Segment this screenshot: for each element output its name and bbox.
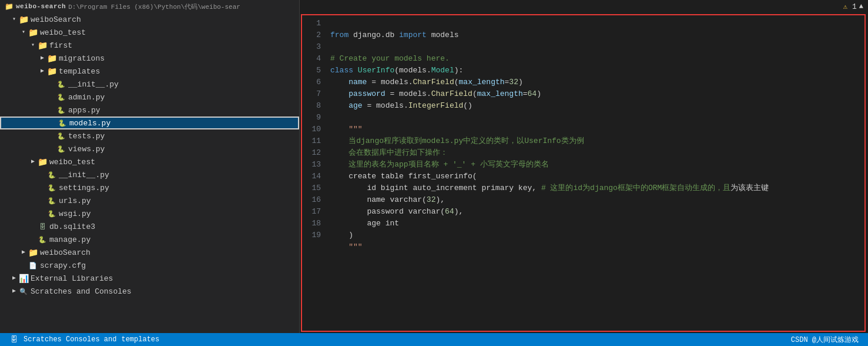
code-container: 1 2 3 4 ⌐ 5 6 7 8 9 ⌐ 10 11 12 13 14 15 … [301, 14, 866, 332]
folder-icon: 📁 [47, 54, 56, 63]
tree-label: models.py [69, 119, 110, 128]
tree-item-first[interactable]: ▾ 📁 first [0, 39, 299, 52]
status-left: 🗄 Scratches Consoles and templates [9, 335, 791, 344]
tree-label: Scratches and Consoles [31, 287, 132, 296]
tree-item-external-libs[interactable]: ▶ 📊 External Libraries [0, 272, 299, 285]
folder-icon: 📁 [38, 157, 47, 167]
folder-icon: 📁 [28, 248, 38, 257]
line-number: 18 [302, 218, 321, 229]
tree-item-migrations[interactable]: ▶ 📁 migrations [0, 52, 299, 65]
arrow-icon: ▶ [28, 157, 38, 167]
py-file-icon: 🐍 [47, 170, 56, 179]
tree-label: weibo_test [49, 158, 95, 167]
tree-item-scratches[interactable]: ▶ 🔍 Scratches and Consoles [0, 285, 299, 298]
arrow-icon: ▾ [9, 15, 19, 24]
tree-label: urls.py [59, 197, 91, 205]
editor-area: ⚠ 1 ▲ 1 2 3 4 ⌐ 5 6 7 8 9 ⌐ 10 11 [300, 0, 868, 333]
line-number: 15 [302, 182, 321, 194]
line-number: 13 [302, 159, 321, 171]
tree-label: weiboSearch [40, 248, 91, 257]
py-file-icon: 🐍 [38, 235, 47, 244]
py-file-icon: 🐍 [56, 144, 66, 154]
tree-label: admin.py [68, 93, 105, 102]
py-file-icon: 🐍 [47, 209, 56, 218]
folder-icon: 📁 [19, 15, 28, 24]
tree-item-weibo_test2[interactable]: ▶ 📁 weibo_test [0, 155, 299, 168]
tree-label: weibo_test [40, 28, 86, 37]
arrow-icon: ▾ [28, 41, 38, 50]
line-number: 1 [302, 18, 321, 29]
tree-item-models-py[interactable]: 🐍 models.py [0, 117, 299, 129]
line-number: 14 [302, 171, 321, 182]
py-file-icon: 🐍 [56, 105, 66, 115]
project-title: weibo-search [16, 3, 66, 10]
tree-label: weiboSearch [31, 15, 81, 24]
folder-icon: 📁 [38, 41, 47, 50]
csdn-label: CSDN @人间试炼游戏 [791, 335, 859, 345]
arrow-up-icon: ▲ [859, 2, 863, 11]
warning-icon: ⚠ [843, 2, 847, 11]
folder-icon: 📁 [5, 2, 14, 11]
arrow-icon: ▶ [19, 248, 28, 257]
spacer [47, 144, 56, 154]
line-number: 5 [302, 65, 321, 76]
tree-item-init-py2[interactable]: 🐍 __init__.py [0, 168, 299, 181]
code-editor[interactable]: from django.db import models # Create yo… [326, 15, 864, 331]
tree-item-templates[interactable]: ▶ 📁 templates [0, 65, 299, 78]
tree-item-scrapy-cfg[interactable]: 📄 scrapy.cfg [0, 259, 299, 272]
tree-item-tests-py[interactable]: 🐍 tests.py [0, 129, 299, 142]
cfg-file-icon: 📄 [28, 261, 38, 270]
tree-label: __init__.py [59, 171, 109, 179]
sidebar-header: 📁 weibo-search D:\Program Files (x86)\Py… [0, 0, 299, 13]
tree-item-manage-py[interactable]: 🐍 manage.py [0, 233, 299, 246]
py-file-icon: 🐍 [56, 79, 66, 89]
line-number: 6 [302, 76, 321, 88]
spacer [38, 183, 47, 192]
line-number: 7 [302, 88, 321, 100]
py-file-icon: 🐍 [47, 183, 56, 192]
spacer [38, 170, 47, 179]
project-path: D:\Program Files (x86)\Python\代码\weibo-s… [68, 2, 240, 11]
arrow-icon: ▾ [19, 28, 28, 37]
tree-item-views-py[interactable]: 🐍 views.py [0, 142, 299, 155]
tree-item-urls-py[interactable]: 🐍 urls.py [0, 194, 299, 207]
tree-item-settings-py[interactable]: 🐍 settings.py [0, 181, 299, 194]
tree-label: views.py [68, 145, 105, 154]
tree-label: manage.py [49, 235, 91, 244]
spacer [19, 261, 28, 270]
tree-item-weibo_test[interactable]: ▾ 📁 weibo_test [0, 26, 299, 39]
spacer [47, 131, 56, 141]
arrow-icon: ▶ [9, 287, 19, 296]
templates-label: templates [121, 335, 159, 344]
line-number: 16 [302, 194, 321, 206]
database-icon: 🗄 [9, 335, 19, 344]
tree-label: settings.py [59, 184, 109, 192]
tree-item-init-py-first[interactable]: 🐍 __init__.py [0, 78, 299, 91]
tree-item-db-sqlite[interactable]: 🗄 db.sqlite3 [0, 220, 299, 233]
tree-item-wsgi-py[interactable]: 🐍 wsgi.py [0, 207, 299, 220]
tree-item-weiboSearch[interactable]: ▾ 📁 weiboSearch [0, 13, 299, 26]
spacer [28, 235, 38, 244]
status-right: CSDN @人间试炼游戏 [791, 335, 859, 345]
warning-area: ⚠ 1 ▲ [843, 2, 863, 11]
tree-item-weiboSearch2[interactable]: ▶ 📁 weiboSearch [0, 246, 299, 259]
tree-label: first [49, 41, 72, 50]
main-container: 📁 weibo-search D:\Program Files (x86)\Py… [0, 0, 868, 333]
py-file-icon: 🐍 [56, 92, 66, 102]
spacer [28, 222, 38, 231]
tree-label: apps.py [68, 106, 100, 115]
tree-item-admin-py[interactable]: 🐍 admin.py [0, 91, 299, 104]
line-number: 12 [302, 147, 321, 159]
py-file-icon: 🐍 [56, 131, 66, 141]
tree-label: db.sqlite3 [49, 222, 95, 231]
scratches-label: Scratches Consoles and [24, 335, 116, 344]
spacer [47, 92, 56, 102]
spacer [47, 79, 56, 89]
py-file-icon: 🐍 [47, 196, 56, 205]
spacer [38, 196, 47, 205]
warning-count: 1 [852, 2, 857, 11]
arrow-icon: ▶ [9, 274, 19, 283]
db-file-icon: 🗄 [38, 222, 47, 231]
tree-item-apps-py[interactable]: 🐍 apps.py [0, 104, 299, 117]
editor-top-bar: ⚠ 1 ▲ [300, 0, 868, 13]
